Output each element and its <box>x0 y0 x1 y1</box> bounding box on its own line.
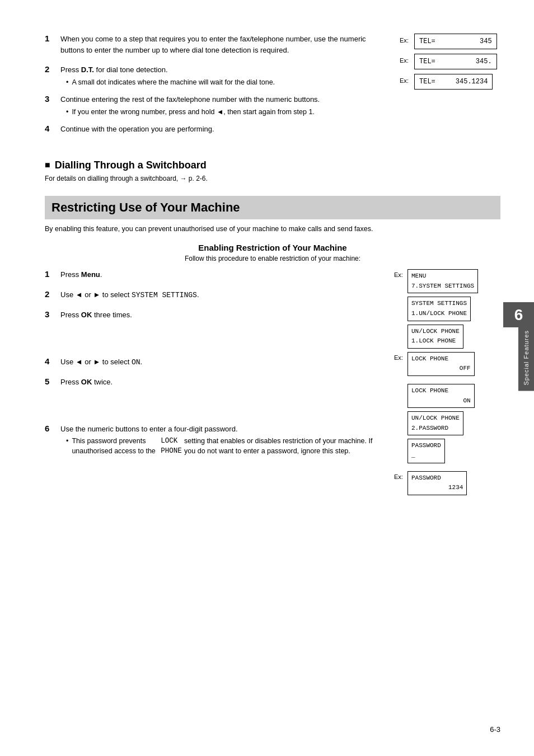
display-ex-label-2: Ex: <box>400 54 412 64</box>
display-wrapper-1: Ex: TEL= 345 <box>400 34 500 49</box>
r-step-content-1: Press Menu. <box>60 269 383 283</box>
step-content-2: Press D.T. for dial tone detection. A sm… <box>60 64 388 87</box>
r-step-3: 3 Press OK three times. <box>45 309 383 323</box>
enabling-subtext: Follow this procedure to enable restrict… <box>45 255 500 262</box>
r-step-1: 1 Press Menu. <box>45 269 383 283</box>
r-step-number-3: 3 <box>45 309 60 319</box>
r-display-wrapper-5: LOCK PHONE ON <box>407 384 500 408</box>
side-tab: Special Features <box>518 325 534 391</box>
page-container: 1 When you come to a step that requires … <box>0 0 534 756</box>
page-number: 6-3 <box>490 725 500 734</box>
r-step-6: 6 Use the numeric buttons to enter a fou… <box>45 424 383 457</box>
step-item-4: 4 Continue with the operation you are pe… <box>45 124 388 137</box>
r-display-ex-8: Ex: <box>394 471 405 480</box>
display-box-3: TEL= 345.1234 <box>414 74 493 90</box>
r-step-text-4: Use ◄ or ► to select ON. <box>60 356 383 368</box>
r-step-number-4: 4 <box>45 356 60 366</box>
restricting-heading: Restricting Use of Your Machine <box>51 200 494 215</box>
top-text-column: 1 When you come to a step that requires … <box>45 34 388 148</box>
step-content-1: When you come to a step that requires yo… <box>60 34 388 58</box>
r-step-text-3: Press OK three times. <box>60 309 383 321</box>
r-step-number-1: 1 <box>45 269 60 279</box>
step-text-2: Press D.T. for dial tone detection. <box>60 64 388 76</box>
side-tab-label: Special Features <box>523 330 530 386</box>
display-ex-label-3: Ex: <box>400 74 412 84</box>
r-step-2: 2 Use ◄ or ► to select SYSTEM SETTINGS. <box>45 289 383 303</box>
chapter-number-box: 6 <box>503 302 534 327</box>
r-step-5: 5 Press OK twice. <box>45 377 383 390</box>
step-text-1: When you come to a step that requires yo… <box>60 34 388 55</box>
r-display-2: SYSTEM SETTINGS1.UN/LOCK PHONE <box>407 297 471 321</box>
step-item-2: 2 Press D.T. for dial tone detection. A … <box>45 64 388 87</box>
r-display-ex-4: Ex: <box>394 352 405 361</box>
step-item-3: 3 Continue entering the rest of the fax/… <box>45 94 388 117</box>
r-step-content-2: Use ◄ or ► to select SYSTEM SETTINGS. <box>60 289 383 303</box>
display-wrapper-2: Ex: TEL= 345. <box>400 54 500 69</box>
r-step-bullet-6: This password prevents unauthorised acce… <box>66 436 383 456</box>
top-step-list: 1 When you come to a step that requires … <box>45 34 388 137</box>
restricting-text-column: 1 Press Menu. 2 Use ◄ or ► to select SYS… <box>45 269 383 497</box>
r-display-6: UN/LOCK PHONE2.PASSWORD <box>407 411 463 435</box>
step-content-4: Continue with the operation you are perf… <box>60 124 388 137</box>
enabling-heading: Enabling Restriction of Your Machine <box>45 243 500 252</box>
r-display-wrapper-7: PASSWORD_ <box>407 439 500 463</box>
r-display-ex-1: Ex: <box>394 269 405 278</box>
display-ex-label-1: Ex: <box>400 34 412 44</box>
r-step-text-2: Use ◄ or ► to select SYSTEM SETTINGS. <box>60 289 383 301</box>
step-number-3: 3 <box>45 94 60 104</box>
r-display-wrapper-8: Ex: PASSWORD 1234 <box>394 471 500 495</box>
restricting-description: By enabling this feature, you can preven… <box>45 224 500 234</box>
step-item-1: 1 When you come to a step that requires … <box>45 34 388 58</box>
step-bullet-2: A small dot indicates where the machine … <box>66 78 388 88</box>
step-bullet-3: If you enter the wrong number, press and… <box>66 107 388 118</box>
r-display-wrapper-4: Ex: LOCK PHONE OFF <box>394 352 500 376</box>
r-display-wrapper-6: UN/LOCK PHONE2.PASSWORD <box>407 411 500 435</box>
r-display-wrapper-1: Ex: MENU7.SYSTEM SETTINGS <box>394 269 500 293</box>
r-display-1: MENU7.SYSTEM SETTINGS <box>407 269 478 293</box>
top-section: 1 When you come to a step that requires … <box>45 34 500 148</box>
r-step-text-6: Use the numeric buttons to enter a four-… <box>60 424 383 435</box>
r-display-wrapper-2: SYSTEM SETTINGS1.UN/LOCK PHONE <box>407 297 500 321</box>
step-number-2: 2 <box>45 64 60 74</box>
dialling-section: Dialling Through a Switchboard For detai… <box>45 159 500 182</box>
r-step-content-6: Use the numeric buttons to enter a four-… <box>60 424 383 457</box>
r-display-4: LOCK PHONE OFF <box>407 352 475 376</box>
display-box-1: TEL= 345 <box>414 34 497 49</box>
dialling-subtext: For details on dialling through a switch… <box>45 175 500 182</box>
restricting-step-list: 1 Press Menu. 2 Use ◄ or ► to select SYS… <box>45 269 383 456</box>
r-step-4: 4 Use ◄ or ► to select ON. <box>45 356 383 370</box>
step-number-4: 4 <box>45 124 60 133</box>
r-step-content-5: Press OK twice. <box>60 377 383 390</box>
step-text-3: Continue entering the rest of the fax/te… <box>60 94 388 105</box>
r-step-number-6: 6 <box>45 424 60 433</box>
r-display-5: LOCK PHONE ON <box>407 384 475 408</box>
display-wrapper-3: Ex: TEL= 345.1234 <box>400 74 500 90</box>
restricting-header-box: Restricting Use of Your Machine <box>45 196 500 219</box>
r-display-wrapper-3: UN/LOCK PHONE1.LOCK PHONE <box>407 325 500 349</box>
r-display-7: PASSWORD_ <box>407 439 445 463</box>
display-box-2: TEL= 345. <box>414 54 497 69</box>
r-step-number-2: 2 <box>45 289 60 299</box>
r-display-3: UN/LOCK PHONE1.LOCK PHONE <box>407 325 463 349</box>
r-step-number-5: 5 <box>45 377 60 386</box>
restricting-section: Restricting Use of Your Machine By enabl… <box>45 196 500 497</box>
top-display-column: Ex: TEL= 345 Ex: TEL= 345. Ex: TEL= 345.… <box>400 34 500 148</box>
r-step-text-1: Press Menu. <box>60 269 383 280</box>
restricting-display-column: Ex: MENU7.SYSTEM SETTINGS SYSTEM SETTING… <box>394 269 500 497</box>
dialling-heading: Dialling Through a Switchboard <box>45 159 500 171</box>
r-step-content-3: Press OK three times. <box>60 309 383 323</box>
r-display-8: PASSWORD 1234 <box>407 471 467 495</box>
step-content-3: Continue entering the rest of the fax/te… <box>60 94 388 117</box>
r-step-text-5: Press OK twice. <box>60 377 383 388</box>
chapter-number: 6 <box>514 306 523 324</box>
restricting-content: 1 Press Menu. 2 Use ◄ or ► to select SYS… <box>45 269 500 497</box>
step-number-1: 1 <box>45 34 60 43</box>
r-step-content-4: Use ◄ or ► to select ON. <box>60 356 383 370</box>
step-text-4: Continue with the operation you are perf… <box>60 124 388 135</box>
